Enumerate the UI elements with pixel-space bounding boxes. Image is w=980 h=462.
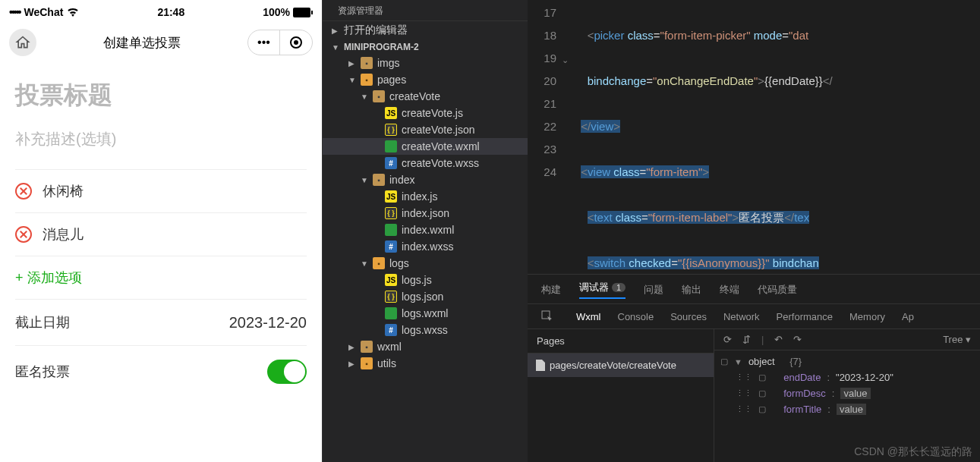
file-tree-item[interactable]: #index.wxss: [323, 238, 528, 255]
file-tree-item[interactable]: ▼▪logs: [323, 255, 528, 272]
inspect-icon[interactable]: [541, 310, 553, 322]
vote-option-row[interactable]: 消息儿: [15, 212, 307, 256]
file-name: index.json: [402, 207, 449, 219]
file-tree-item[interactable]: ▼▪createVote: [323, 88, 528, 105]
remove-icon[interactable]: [15, 226, 32, 243]
file-tree-item[interactable]: JScreateVote.js: [323, 105, 528, 121]
box-icon: ▢: [720, 357, 728, 366]
tab-output[interactable]: 输出: [682, 283, 701, 297]
deadline-label: 截止日期: [15, 313, 70, 332]
refresh-icon[interactable]: ⟳: [723, 334, 732, 345]
vote-option-row[interactable]: 休闲椅: [15, 169, 307, 212]
file-tree-item[interactable]: ▶▪imgs: [323, 55, 528, 71]
folder-icon: ▪: [361, 341, 373, 353]
page-title: 创建单选投票: [103, 34, 181, 52]
arrow-icon: ▶: [348, 59, 356, 68]
object-prop-row[interactable]: ⋮⋮▢ formTitle : value: [720, 401, 974, 417]
close-button[interactable]: [280, 30, 312, 55]
json-icon: { }: [385, 124, 397, 136]
deadline-value: 2023-12-20: [229, 314, 307, 332]
file-tree-item[interactable]: JSlogs.js: [323, 272, 528, 288]
file-tree-item[interactable]: logs.wxml: [323, 305, 528, 322]
project-root[interactable]: ▼ MINIPROGRAM-2: [323, 39, 528, 55]
vote-desc-input[interactable]: 补充描述(选填): [15, 129, 307, 149]
file-name: createVote.js: [402, 107, 463, 119]
tab-terminal[interactable]: 终端: [720, 283, 739, 297]
editor-panel: 1718 19⌄ 2021222324 <picker class="form-…: [528, 0, 980, 462]
file-tree-item[interactable]: { }createVote.json: [323, 121, 528, 138]
remove-icon[interactable]: [15, 183, 32, 200]
object-prop-row[interactable]: ⋮⋮▢ endDate : "2023-12-20": [720, 369, 974, 385]
pages-column: Pages pages/createVote/createVote: [528, 329, 714, 462]
tab-debugger[interactable]: 调试器1: [579, 281, 625, 299]
tab-build[interactable]: 构建: [541, 283, 561, 297]
file-tree-item[interactable]: index.wxml: [323, 222, 528, 238]
tab-console[interactable]: Console: [618, 311, 654, 322]
json-icon: { }: [385, 291, 397, 303]
undo-icon[interactable]: ↶: [774, 334, 783, 345]
code-editor[interactable]: 1718 19⌄ 2021222324 <picker class="form-…: [528, 0, 980, 274]
tab-quality[interactable]: 代码质量: [758, 283, 797, 297]
file-tree-item[interactable]: ▶▪wxml: [323, 338, 528, 355]
folder-pages-icon: ▪: [373, 257, 385, 269]
redo-icon[interactable]: ↷: [793, 334, 802, 345]
filter-icon[interactable]: ⇵: [742, 334, 751, 345]
tab-sources[interactable]: Sources: [670, 311, 707, 322]
arrow-icon: ▼: [361, 93, 368, 101]
file-tree-item[interactable]: JSindex.js: [323, 188, 528, 205]
code-content[interactable]: <picker class="form-item-picker" mode="d…: [570, 2, 980, 274]
file-tree-item[interactable]: { }index.json: [323, 205, 528, 222]
tab-app[interactable]: Ap: [902, 311, 914, 322]
arrow-icon: ▼: [361, 259, 368, 268]
gutter: 1718 19⌄ 2021222324: [528, 2, 570, 274]
open-editors-section[interactable]: ▶ 打开的编辑器: [323, 21, 528, 39]
file-tree-item[interactable]: #createVote.wxss: [323, 155, 528, 171]
js-icon: JS: [385, 190, 397, 203]
object-tree[interactable]: ▢ ▼ object {7} ⋮⋮▢ endDate : "2023-12-20…: [714, 350, 980, 420]
tab-problems[interactable]: 问题: [644, 283, 663, 297]
object-row[interactable]: ▢ ▼ object {7}: [720, 354, 974, 369]
root-label: MINIPROGRAM-2: [344, 42, 419, 52]
status-bar: ••••• WeChat 21:48 100%: [0, 0, 322, 24]
signal-dots-icon: •••••: [9, 6, 20, 18]
folder-icon: ▪: [361, 57, 373, 69]
tree-view-select[interactable]: Tree ▾: [943, 334, 971, 345]
js-icon: JS: [385, 107, 397, 119]
home-button[interactable]: [9, 29, 36, 56]
menu-button[interactable]: •••: [248, 30, 280, 55]
wxss-icon: #: [385, 324, 397, 336]
tab-wxml[interactable]: Wxml: [576, 311, 601, 322]
file-name: createVote.wxss: [402, 157, 479, 169]
file-tree-item[interactable]: ▼▪pages: [323, 71, 528, 88]
add-option-button[interactable]: + 添加选项: [15, 256, 307, 299]
target-icon: [289, 36, 303, 49]
file-name: index: [389, 174, 414, 186]
file-tree-item[interactable]: ▶▪utils: [323, 355, 528, 372]
file-tree-item[interactable]: { }logs.json: [323, 288, 528, 305]
anonymous-switch[interactable]: [267, 360, 307, 384]
file-name: index.wxml: [402, 224, 454, 236]
capsule: •••: [247, 30, 313, 55]
folder-pages-icon: ▪: [361, 74, 373, 86]
anonymous-label: 匿名投票: [15, 363, 70, 381]
file-tree-item[interactable]: ▼▪index: [323, 171, 528, 188]
fold-icon[interactable]: ⌄: [562, 49, 569, 71]
object-label: object: [748, 356, 775, 367]
box-icon: ▢: [758, 404, 766, 414]
object-prop-row[interactable]: ⋮⋮▢ formDesc : value: [720, 385, 974, 401]
page-item[interactable]: pages/createVote/createVote: [528, 354, 714, 377]
vote-title-input[interactable]: 投票标题: [15, 79, 307, 112]
folder-icon: ▪: [373, 174, 385, 186]
file-tree-item[interactable]: #logs.wxss: [323, 322, 528, 338]
tab-performance[interactable]: Performance: [777, 311, 833, 322]
tab-memory[interactable]: Memory: [849, 311, 885, 322]
home-icon: [15, 35, 30, 50]
devtools-tabs: Wxml Console Sources Network Performance…: [528, 303, 980, 329]
deadline-row[interactable]: 截止日期 2023-12-20: [15, 299, 307, 345]
chevron-right-icon: ▶: [332, 27, 339, 35]
svg-rect-1: [311, 11, 313, 14]
file-name: logs: [389, 257, 409, 269]
object-count: {7}: [789, 356, 802, 367]
file-tree-item[interactable]: createVote.wxml: [323, 138, 528, 155]
tab-network[interactable]: Network: [723, 311, 760, 322]
